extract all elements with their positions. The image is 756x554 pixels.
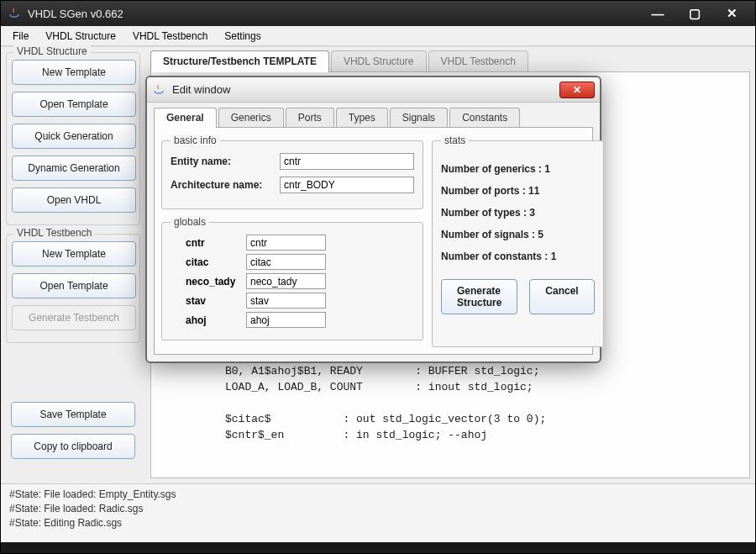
btn-save-template[interactable]: Save Template bbox=[11, 402, 135, 427]
tab-constants[interactable]: Constants bbox=[449, 108, 520, 127]
global-input-stav[interactable] bbox=[246, 293, 326, 309]
btn-structure-new-template[interactable]: New Template bbox=[12, 60, 136, 85]
global-label: cntr bbox=[171, 237, 246, 249]
edit-window-titlebar[interactable]: Edit window ✕ bbox=[147, 77, 600, 103]
btn-structure-open-template[interactable]: Open Template bbox=[12, 92, 136, 117]
btn-testbench-open-template[interactable]: Open Template bbox=[12, 273, 136, 298]
generate-structure-button[interactable]: Generate Structure bbox=[441, 279, 517, 314]
menu-bar: File VHDL Structure VHDL Testbench Setti… bbox=[1, 26, 755, 46]
btn-testbench-new-template[interactable]: New Template bbox=[12, 241, 136, 266]
global-input-neco-tady[interactable] bbox=[246, 273, 326, 289]
main-tabs: Structure/Testbench TEMPLATE VHDL Struct… bbox=[145, 50, 755, 71]
stat-types: Number of types : 3 bbox=[441, 207, 595, 219]
global-input-ahoj[interactable] bbox=[246, 312, 326, 328]
maximize-button[interactable]: ▢ bbox=[678, 5, 711, 22]
btn-testbench-generate: Generate Testbench bbox=[12, 305, 136, 330]
btn-structure-dynamic-generation[interactable]: Dynamic Generation bbox=[12, 156, 136, 181]
menu-file[interactable]: File bbox=[6, 27, 35, 45]
globals-box: globals cntr citac neco_tady stav ahoj bbox=[161, 216, 423, 340]
global-label: neco_tady bbox=[171, 276, 246, 288]
edit-window-close-button[interactable]: ✕ bbox=[559, 82, 595, 98]
global-label: citac bbox=[171, 256, 246, 268]
tab-template[interactable]: Structure/Testbench TEMPLATE bbox=[150, 50, 329, 71]
cancel-button[interactable]: Cancel bbox=[529, 279, 594, 314]
tab-vhdl-structure[interactable]: VHDL Structure bbox=[331, 50, 427, 71]
sidebar: VHDL Structure New Template Open Templat… bbox=[1, 47, 145, 483]
stats-legend: stats bbox=[441, 135, 469, 146]
close-button[interactable]: ✕ bbox=[715, 5, 748, 22]
global-input-citac[interactable] bbox=[246, 254, 326, 270]
basic-info-box: basic info Entity name: Architecture nam… bbox=[161, 135, 423, 209]
btn-structure-open-vhdl[interactable]: Open VHDL bbox=[12, 187, 136, 213]
globals-legend: globals bbox=[171, 216, 209, 228]
tab-generics[interactable]: Generics bbox=[218, 108, 284, 127]
global-label: stav bbox=[171, 295, 246, 307]
stat-signals: Number of signals : 5 bbox=[441, 229, 595, 240]
close-icon: ✕ bbox=[573, 84, 581, 96]
tab-types[interactable]: Types bbox=[336, 108, 388, 127]
menu-vhdl-structure[interactable]: VHDL Structure bbox=[39, 27, 123, 45]
architecture-name-label: Architecture name: bbox=[171, 179, 280, 191]
status-line: #State: File loaded: Radic.sgs bbox=[9, 502, 747, 516]
sidebar-group-structure-title: VHDL Structure bbox=[13, 45, 91, 57]
menu-settings[interactable]: Settings bbox=[218, 27, 267, 45]
edit-window-dialog: Edit window ✕ General Generics Ports Typ… bbox=[145, 76, 601, 363]
architecture-name-input[interactable] bbox=[280, 177, 414, 193]
sidebar-group-structure: VHDL Structure New Template Open Templat… bbox=[6, 52, 140, 225]
sidebar-group-testbench-title: VHDL Testbench bbox=[13, 227, 95, 239]
basic-info-legend: basic info bbox=[171, 135, 220, 146]
stats-box: stats Number of generics : 1 Number of p… bbox=[432, 135, 604, 347]
edit-window-title: Edit window bbox=[172, 83, 559, 96]
tab-vhdl-testbench[interactable]: VHDL Testbench bbox=[428, 50, 528, 71]
tab-general[interactable]: General bbox=[154, 108, 217, 127]
edit-window-tabs: General Generics Ports Types Signals Con… bbox=[154, 108, 593, 127]
global-input-cntr[interactable] bbox=[246, 235, 326, 251]
minimize-button[interactable]: — bbox=[641, 5, 675, 22]
status-line: #State: Editing Radic.sgs bbox=[9, 516, 747, 530]
status-line: #State: File loaded: Empty_Entity.sgs bbox=[9, 488, 747, 502]
java-icon bbox=[152, 83, 165, 97]
btn-structure-quick-generation[interactable]: Quick Generation bbox=[12, 124, 136, 149]
global-label: ahoj bbox=[171, 314, 246, 326]
menu-vhdl-testbench[interactable]: VHDL Testbench bbox=[126, 27, 214, 45]
tab-signals[interactable]: Signals bbox=[390, 108, 448, 127]
btn-copy-to-clipboard[interactable]: Copy to clipboard bbox=[11, 434, 135, 459]
stat-generics: Number of generics : 1 bbox=[441, 163, 595, 175]
tab-ports[interactable]: Ports bbox=[286, 108, 334, 127]
os-titlebar: VHDL SGen v0.662 — ▢ ✕ bbox=[1, 1, 755, 26]
entity-name-input[interactable] bbox=[280, 153, 414, 170]
status-log: #State: File loaded: Empty_Entity.sgs #S… bbox=[1, 483, 755, 542]
java-icon bbox=[8, 7, 21, 20]
stat-constants: Number of constants : 1 bbox=[441, 251, 595, 262]
stat-ports: Number of ports : 11 bbox=[441, 185, 595, 197]
window-title: VHDL SGen v0.662 bbox=[28, 8, 641, 20]
entity-name-label: Entity name: bbox=[171, 156, 280, 167]
sidebar-group-testbench: VHDL Testbench New Template Open Templat… bbox=[6, 234, 140, 343]
